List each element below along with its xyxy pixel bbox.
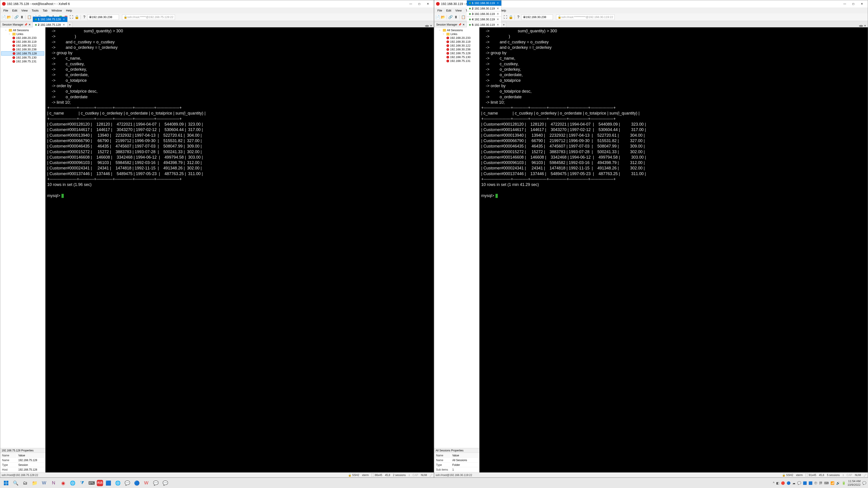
tab-prev-icon[interactable]: ◀	[425, 24, 427, 27]
edge-icon[interactable]: 🟦	[104, 479, 113, 487]
system-tray[interactable]: ^ ◧ 🔴 🔵 ☁ 💬 🟦 🟦 ㊥ 拼 ⌨ 📶 🔊 🔋 11:54 AM 10/…	[773, 480, 866, 486]
reconnect-icon[interactable]: 🔗	[448, 15, 453, 20]
tree-server-item[interactable]: 192.168.30.119	[435, 40, 478, 43]
menu-tools[interactable]: Tools	[30, 8, 40, 13]
tray-app-icon[interactable]: ◧	[776, 481, 779, 485]
menu-window[interactable]: Window	[50, 8, 64, 13]
menu-file[interactable]: File	[436, 8, 444, 13]
tab-list-icon[interactable]: ▼	[430, 24, 432, 27]
session-tab[interactable]: 2 192.168.75.128✕	[33, 22, 68, 27]
tree-links[interactable]: −Links	[1, 32, 44, 36]
start-button[interactable]	[2, 479, 10, 487]
tab-list-icon[interactable]: ▼	[864, 24, 866, 27]
tray-wechat-icon[interactable]: 💬	[797, 481, 801, 485]
netease-icon[interactable]: 网易	[97, 480, 103, 486]
tray-app-icon[interactable]: 🔵	[786, 481, 790, 485]
session-tree[interactable]: −All Sessions −Links 192.168.20.233192.1…	[434, 27, 479, 448]
tree-links[interactable]: −Links	[435, 32, 478, 36]
session-manager-label[interactable]: Session Manager 📌✕	[434, 22, 467, 27]
session-tab[interactable]: 4 192.168.30.119✕	[467, 17, 502, 22]
session-tab[interactable]: 1 192.168.75.128✕	[33, 17, 68, 22]
tree-server-item[interactable]: 192.168.30.119	[1, 40, 44, 43]
menu-help[interactable]: Help	[64, 8, 74, 13]
file-explorer-icon[interactable]: 📁	[30, 479, 39, 487]
disconnect-icon[interactable]: ⏸	[20, 15, 24, 20]
app2-icon[interactable]: 💬	[123, 479, 131, 487]
taskbar-clock[interactable]: 11:54 AM 10/9/2022	[847, 480, 861, 486]
lock-icon[interactable]: 🔒	[74, 15, 79, 20]
new-session-icon[interactable]: 📄	[435, 15, 440, 20]
menu-edit[interactable]: Edit	[444, 8, 453, 13]
reconnect-icon[interactable]: 🔗	[14, 15, 19, 20]
help-icon[interactable]: ?	[516, 15, 521, 20]
tray-app-icon[interactable]: 🟦	[809, 481, 812, 485]
tab-prev-icon[interactable]: ◀	[859, 24, 861, 27]
session-tab[interactable]: 2 192.168.30.119✕	[467, 6, 502, 11]
tray-wifi-icon[interactable]: 📶	[831, 481, 834, 485]
tree-server-item[interactable]: 192.168.75.128	[435, 51, 478, 55]
new-tab-button[interactable]: +	[502, 22, 506, 27]
minimize-button[interactable]: —	[407, 1, 415, 7]
tree-server-item[interactable]: 192.168.75.128	[1, 51, 44, 56]
fullscreen-icon[interactable]: ⛶	[503, 15, 508, 20]
tree-server-item[interactable]: 192.168.30.122	[1, 43, 44, 47]
tree-all-sessions[interactable]: −All Sessions	[435, 28, 478, 32]
tree-server-item[interactable]: 192.168.20.233	[1, 36, 44, 40]
terminal[interactable]: -> sum(l_quantity) > 300 -> ) -> and c_c…	[479, 27, 868, 473]
tray-ime-mode[interactable]: 拼	[819, 481, 822, 485]
tab-next-icon[interactable]: ▶	[427, 24, 429, 27]
tree-server-item[interactable]: 192.168.30.238	[435, 47, 478, 51]
menu-view[interactable]: View	[20, 8, 29, 13]
word-icon[interactable]: W	[40, 479, 49, 487]
tray-chevron-icon[interactable]: ^	[773, 481, 775, 485]
dingtalk-icon[interactable]: 💬	[151, 479, 160, 487]
address-sshbar[interactable]: 🔒 ssh://root:**********@192.168.30.119:2…	[556, 14, 615, 20]
session-tree[interactable]: −All Sessions −Links 192.168.20.233192.1…	[0, 27, 45, 448]
new-tab-button[interactable]: +	[68, 22, 72, 27]
open-icon[interactable]: 📂	[440, 15, 445, 20]
search-icon[interactable]: 🔍	[11, 479, 20, 487]
session-tab[interactable]: 5 192.168.30.119✕	[467, 22, 502, 27]
tree-server-item[interactable]: 192.168.20.233	[435, 36, 478, 40]
session-tab[interactable]: 3 192.168.30.119✕	[467, 11, 502, 17]
tray-volume-icon[interactable]: 🔊	[836, 481, 840, 485]
minimize-button[interactable]: —	[841, 1, 849, 7]
menu-edit[interactable]: Edit	[10, 8, 19, 13]
tray-ime-icon[interactable]: ㊥	[814, 481, 817, 485]
copy-icon[interactable]: 📋	[27, 15, 32, 20]
terminal-icon[interactable]: ⌨	[87, 479, 96, 487]
app-icon[interactable]: 🌐	[68, 479, 77, 487]
address-hostbar[interactable]: 🖥 192.168.30.238	[87, 14, 119, 20]
copy-icon[interactable]: 📋	[461, 15, 466, 20]
tray-keyboard-icon[interactable]: ⌨	[824, 481, 829, 485]
onenote-icon[interactable]: N	[49, 479, 58, 487]
vscode-icon[interactable]: ⧩	[78, 479, 86, 487]
tree-server-item[interactable]: 192.168.75.131	[1, 59, 44, 63]
address-hostbar[interactable]: 🖥 192.168.30.238	[521, 14, 553, 20]
wechat-icon[interactable]: 💬	[161, 479, 169, 487]
wps-icon[interactable]: W	[142, 479, 151, 487]
session-tab[interactable]: 1 192.168.30.119✕	[467, 0, 502, 6]
fullscreen-icon[interactable]: ⛶	[69, 15, 74, 20]
menu-file[interactable]: File	[2, 8, 10, 13]
tree-all-sessions[interactable]: −All Sessions	[1, 28, 44, 32]
terminal[interactable]: -> sum(l_quantity) > 300 -> ) -> and c_c…	[45, 27, 434, 473]
menu-view[interactable]: View	[454, 8, 463, 13]
tray-onedrive-icon[interactable]: ☁	[792, 481, 796, 485]
app3-icon[interactable]: 🔵	[132, 479, 141, 487]
windows-taskbar[interactable]: 🔍 🗂 📁 W N ◉ 🌐 ⧩ ⌨ 网易 🟦 🌐 💬 🔵 W 💬 💬 ^ ◧ 🔴…	[0, 478, 868, 488]
address-sshbar[interactable]: 🔒 ssh://root:*****@192.168.75.128:22	[122, 14, 175, 20]
maximize-button[interactable]: ◻	[415, 1, 423, 7]
tree-server-item[interactable]: 192.168.75.130	[1, 56, 44, 59]
lock-icon[interactable]: 🔒	[508, 15, 513, 20]
close-button[interactable]: ✕	[858, 1, 866, 7]
explorer-icon[interactable]: 🗂	[21, 479, 29, 487]
tab-next-icon[interactable]: ▶	[861, 24, 863, 27]
tree-server-item[interactable]: 192.168.75.130	[435, 55, 478, 59]
help-icon[interactable]: ?	[82, 15, 87, 20]
notifications-icon[interactable]: 💬	[862, 481, 866, 485]
xshell-icon[interactable]: ◉	[59, 479, 67, 487]
tray-app-icon[interactable]: 🟦	[803, 481, 807, 485]
close-button[interactable]: ✕	[424, 1, 432, 7]
menu-tab[interactable]: Tab	[41, 8, 49, 13]
